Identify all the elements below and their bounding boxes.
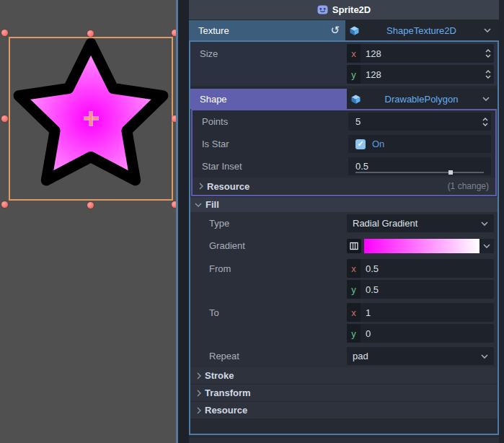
- inspector-scrollbar-track[interactable]: [499, 0, 504, 443]
- inspector-panel: Sprite2D Texture ↺ ShapeTexture2D: [178, 0, 504, 443]
- size-y-value[interactable]: 128: [366, 69, 482, 80]
- property-row-is-star: Is Star ✓ On: [193, 133, 495, 155]
- is-star-field[interactable]: ✓ On: [348, 135, 491, 153]
- points-field[interactable]: 5: [348, 113, 491, 131]
- texture-resource-picker[interactable]: ShapeTexture2D: [345, 20, 495, 40]
- shape-value-cell: DrawablePolygon: [347, 89, 498, 109]
- property-row-fill-type: Type Radial Gradient: [190, 212, 498, 234]
- property-row-shape: Shape DrawablePolygon: [190, 89, 498, 109]
- fill-section-label: Fill: [205, 199, 219, 210]
- property-row-size: Size x 128 y 128: [190, 42, 498, 86]
- canvas-viewport: [0, 0, 176, 443]
- to-x-field[interactable]: x 1: [347, 303, 494, 322]
- to-y-field[interactable]: y 0: [347, 324, 494, 343]
- fill-type-value: Radial Gradient: [353, 218, 481, 229]
- property-row-fill-gradient: Gradient: [190, 234, 498, 257]
- chevron-right-icon: [197, 390, 201, 397]
- chevron-right-icon: [199, 183, 203, 190]
- from-y-value[interactable]: 0.5: [366, 284, 494, 295]
- slider-grabber[interactable]: [448, 170, 453, 175]
- fill-type-dropdown[interactable]: Radial Gradient: [347, 214, 494, 232]
- section-resource[interactable]: Resource: [190, 402, 498, 419]
- cube-icon: [350, 26, 359, 35]
- revert-icon[interactable]: ↺: [330, 20, 340, 40]
- fill-to-label: To: [190, 301, 347, 325]
- updown-spinner-icon[interactable]: [482, 69, 494, 79]
- chevron-right-icon: [197, 407, 201, 414]
- star-inset-slider[interactable]: [355, 172, 484, 173]
- points-value[interactable]: 5: [355, 116, 479, 127]
- shape-label: Shape: [200, 94, 227, 105]
- section-stroke[interactable]: Stroke: [190, 367, 498, 385]
- star-inset-field[interactable]: 0.5: [348, 157, 491, 175]
- shape-resource-name: DrawablePolygon: [366, 94, 477, 105]
- section-transform[interactable]: Transform: [190, 385, 498, 402]
- selection-handle-left-mid[interactable]: [1, 115, 8, 122]
- selection-handle-top-left[interactable]: [1, 30, 8, 36]
- property-row-fill-repeat: Repeat pad: [190, 345, 498, 367]
- inspector-header: Sprite2D: [189, 0, 499, 20]
- pivot-crosshair-icon: [89, 112, 92, 126]
- axis-y-badge: y: [347, 280, 361, 299]
- shape-label-cell[interactable]: Shape: [190, 89, 347, 109]
- from-x-field[interactable]: x 0.5: [347, 259, 494, 278]
- to-y-value[interactable]: 0: [366, 328, 494, 339]
- property-row-points: Points 5: [193, 110, 495, 133]
- axis-y-badge: y: [347, 324, 361, 343]
- axis-y-badge: y: [347, 65, 361, 84]
- selection-handle-bottom-left[interactable]: [1, 201, 8, 208]
- axis-x-badge: x: [347, 44, 361, 63]
- checkbox-checked-icon[interactable]: ✓: [355, 139, 366, 149]
- to-x-value[interactable]: 1: [366, 307, 494, 318]
- axis-x-badge: x: [347, 259, 361, 278]
- fill-section-header[interactable]: Fill: [190, 196, 498, 212]
- property-row-fill-from: From x 0.5 y 0.5: [190, 257, 498, 301]
- chevron-down-icon: [483, 244, 490, 248]
- from-x-value[interactable]: 0.5: [366, 263, 494, 274]
- star-inset-value[interactable]: 0.5: [355, 161, 491, 172]
- axis-x-badge: x: [347, 303, 361, 322]
- property-row-star-inset: Star Inset 0.5: [193, 155, 495, 177]
- chevron-right-icon: [197, 372, 201, 380]
- updown-spinner-icon[interactable]: [479, 117, 491, 127]
- fill-from-label: From: [190, 257, 347, 281]
- chevron-down-icon: [195, 203, 202, 207]
- is-star-label: Is Star: [193, 133, 348, 155]
- resource-section-label: Resource: [207, 181, 249, 192]
- chevron-down-icon: [481, 222, 488, 226]
- size-x-field[interactable]: x 128: [347, 44, 494, 63]
- shape-resource-picker[interactable]: DrawablePolygon: [347, 89, 494, 109]
- change-count-badge: (1 change): [448, 181, 489, 191]
- sprite2d-robot-icon: [317, 4, 328, 15]
- fill-repeat-dropdown[interactable]: pad: [347, 347, 494, 365]
- selection-handle-bottom-mid[interactable]: [87, 202, 94, 209]
- property-row-fill-to: To x 1 y 0: [190, 301, 498, 345]
- points-label: Points: [193, 110, 348, 133]
- property-row-offset: Offset: [189, 438, 499, 443]
- chevron-down-icon[interactable]: [482, 97, 490, 101]
- shape-resource-section[interactable]: Resource (1 change): [193, 177, 495, 195]
- size-x-value[interactable]: 128: [366, 48, 482, 59]
- fill-repeat-label: Repeat: [190, 345, 347, 367]
- section-label: Stroke: [205, 370, 234, 381]
- gradient-expand-button[interactable]: [479, 239, 494, 253]
- section-label: Transform: [205, 387, 251, 398]
- texture-resource-name: ShapeTexture2D: [365, 25, 478, 36]
- texture-subinspector: Size x 128 y 128: [189, 40, 499, 435]
- updown-spinner-icon[interactable]: [482, 48, 494, 58]
- fill-type-label: Type: [190, 212, 347, 234]
- from-y-field[interactable]: y 0.5: [347, 280, 494, 299]
- page-title: Sprite2D: [332, 4, 371, 15]
- selection-handle-top-mid[interactable]: [87, 30, 94, 37]
- texture-label-cell[interactable]: Texture ↺: [189, 20, 345, 40]
- size-y-field[interactable]: y 128: [347, 65, 494, 84]
- gradient-preview-swatch[interactable]: [364, 239, 479, 253]
- shape-subinspector: Points 5 Is Star ✓ On: [191, 109, 497, 196]
- section-label: Resource: [205, 405, 247, 416]
- fill-repeat-value: pad: [353, 351, 481, 361]
- property-row-texture: Texture ↺ ShapeTexture2D: [189, 20, 499, 40]
- texture-label: Texture: [198, 25, 229, 36]
- cube-icon: [351, 95, 361, 104]
- gradient-edit-icon[interactable]: [347, 239, 361, 253]
- chevron-down-icon[interactable]: [484, 28, 491, 32]
